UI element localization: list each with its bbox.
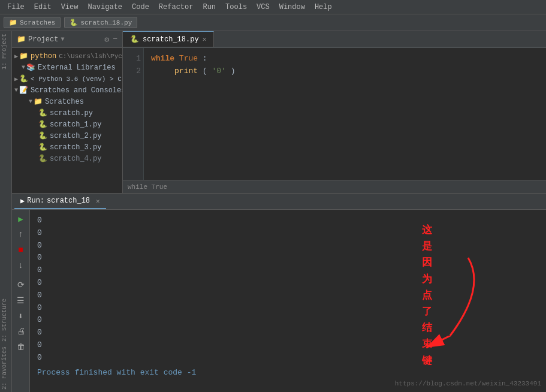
run-up-button[interactable]: ↑ bbox=[14, 228, 28, 241]
arrow-icon: ▼ bbox=[22, 64, 25, 71]
python-folder[interactable]: ▶ 📁 python C:\Users\lsh\PycharmProjects\… bbox=[12, 50, 122, 62]
top-section: 📁 Project ▼ ⚙ − ▶ 📁 python C bbox=[12, 31, 546, 193]
menu-window[interactable]: Window bbox=[274, 2, 310, 13]
menu-refactor[interactable]: Refactor bbox=[154, 2, 198, 13]
code-content[interactable]: while True : print ( '0' ) bbox=[144, 48, 546, 180]
scratch4-py-item[interactable]: 🐍 scratch_4.py bbox=[12, 153, 122, 164]
code-line-1: while True : bbox=[151, 53, 539, 65]
folder-icon: 📁 bbox=[34, 97, 43, 106]
menu-bar: File Edit View Navigate Code Refactor Ru… bbox=[0, 0, 546, 14]
scratch1-py-item[interactable]: 🐍 scratch_1.py bbox=[12, 119, 122, 130]
run-settings-button[interactable]: ☰ bbox=[14, 294, 28, 307]
ext-libraries-item[interactable]: ▼ 📚 External Libraries bbox=[12, 62, 122, 73]
menu-navigate[interactable]: Navigate bbox=[83, 2, 127, 13]
output-line-10: 0 bbox=[37, 327, 539, 339]
run-icon: ▶ bbox=[20, 197, 25, 206]
scratch3-py-label: scratch_3.py bbox=[50, 143, 101, 152]
scratches-folder-label: Scratches bbox=[45, 98, 84, 106]
watermark: https://blog.csdn.net/weixin_43233491 bbox=[395, 379, 541, 390]
output-line-1: 0 bbox=[37, 215, 539, 227]
project-header: 📁 Project ▼ ⚙ − bbox=[12, 31, 122, 48]
menu-tools[interactable]: Tools bbox=[221, 2, 252, 13]
run-rerun-button[interactable]: ⟳ bbox=[14, 278, 28, 291]
menu-run[interactable]: Run bbox=[198, 2, 221, 13]
editor-tabs: 🐍 scratch_18.py ✕ bbox=[123, 31, 546, 48]
output-line-8: 0 bbox=[37, 302, 539, 315]
true-keyword: True bbox=[179, 54, 198, 63]
scratch3-py-item[interactable]: 🐍 scratch_3.py bbox=[12, 141, 122, 153]
editor-tab-label: scratch_18.py bbox=[143, 35, 199, 44]
scratch2-py-item[interactable]: 🐍 scratch_2.py bbox=[12, 130, 122, 141]
py-file-icon: 🐍 bbox=[130, 35, 139, 44]
scratches-consoles-label: Scratches and Consoles bbox=[31, 86, 122, 95]
arrow-icon: ▶ bbox=[14, 53, 18, 60]
output-line-7: 0 bbox=[37, 290, 539, 302]
chevron-down-icon: ▼ bbox=[61, 36, 64, 43]
python-version-item[interactable]: ▶ 🐍 < Python 3.6 (venv) > C:\Users\lsh\P… bbox=[12, 73, 122, 85]
scratch4-py-label: scratch_4.py bbox=[50, 155, 101, 163]
py-icon: 🐍 bbox=[38, 120, 47, 129]
folder-icon: 📁 bbox=[19, 52, 28, 61]
gear-icon[interactable]: ⚙ bbox=[104, 35, 109, 44]
output-line-3: 0 bbox=[37, 240, 539, 252]
run-tab[interactable]: ▶ Run: scratch_18 ✕ bbox=[14, 194, 106, 209]
scratch-py-item[interactable]: 🐍 scratch.py bbox=[12, 107, 122, 119]
file-btn[interactable]: 🐍 scratch_18.py bbox=[64, 17, 137, 28]
code-line-2: print ( '0' ) bbox=[151, 65, 539, 78]
left-vertical-tabs: 1: Project 2: Structure 2: Favorites bbox=[0, 31, 12, 392]
minus-icon[interactable]: − bbox=[113, 35, 117, 44]
editor-tab-scratch18[interactable]: 🐍 scratch_18.py ✕ bbox=[123, 31, 214, 47]
output-line-12: 0 bbox=[37, 352, 539, 364]
annotation-text: 这是因为点了结束键 bbox=[422, 222, 432, 369]
print-function: print bbox=[174, 67, 198, 76]
editor-status: while True bbox=[123, 180, 546, 193]
output-line-2: 0 bbox=[37, 227, 539, 240]
python-icon: 🐍 bbox=[19, 74, 28, 83]
project-tree: ▶ 📁 python C:\Users\lsh\PycharmProjects\… bbox=[12, 48, 122, 193]
string-value: '0' bbox=[212, 67, 225, 76]
scratches-consoles-item[interactable]: ▼ 📝 Scratches and Consoles bbox=[12, 85, 122, 96]
folder-icon: 📁 bbox=[17, 35, 26, 44]
menu-help[interactable]: Help bbox=[310, 2, 337, 13]
scratches-label: Scratches bbox=[20, 19, 55, 26]
run-play-button[interactable]: ▶ bbox=[14, 212, 28, 225]
project-vtab[interactable]: 1: Project bbox=[0, 31, 11, 72]
run-print-button[interactable]: 🖨 bbox=[14, 325, 28, 338]
while-keyword: while bbox=[151, 54, 174, 63]
menu-view[interactable]: View bbox=[56, 2, 83, 13]
run-stop-button[interactable]: ■ bbox=[14, 243, 28, 257]
menu-edit[interactable]: Edit bbox=[29, 2, 56, 13]
menu-file[interactable]: File bbox=[2, 2, 29, 13]
output-line-4: 0 bbox=[37, 252, 539, 264]
py-icon: 🐍 bbox=[38, 143, 47, 152]
python-version-label: < Python 3.6 (venv) > C:\Users\lsh\Pycha… bbox=[31, 76, 122, 83]
editor-area: 🐍 scratch_18.py ✕ 1 2 while bbox=[123, 31, 546, 193]
structure-vtab[interactable]: 2: Structure bbox=[0, 296, 11, 344]
output-line-5: 0 bbox=[37, 264, 539, 277]
run-close-button[interactable]: 🗑 bbox=[14, 340, 28, 354]
close-icon[interactable]: ✕ bbox=[203, 35, 207, 43]
code-editor: 1 2 while True : print bbox=[123, 48, 546, 180]
scratch-py-label: scratch.py bbox=[50, 109, 93, 117]
py-icon: 🐍 bbox=[38, 108, 47, 117]
console-output: 0 0 0 0 0 0 0 0 0 0 0 0 Process finished… bbox=[30, 210, 546, 392]
favorites-vtab[interactable]: 2: Favorites bbox=[0, 344, 11, 392]
menu-code[interactable]: Code bbox=[127, 2, 154, 13]
run-down-button[interactable]: ↓ bbox=[14, 259, 28, 272]
run-tab-label: Run: bbox=[27, 197, 44, 205]
colon: : bbox=[203, 54, 207, 63]
project-label: Project bbox=[28, 35, 58, 44]
output-line-11: 0 bbox=[37, 339, 539, 352]
run-scroll-button[interactable]: ⬇ bbox=[14, 309, 28, 322]
output-line-6: 0 bbox=[37, 277, 539, 290]
project-title: 📁 Project ▼ bbox=[17, 35, 64, 44]
menu-vcs[interactable]: VCS bbox=[252, 2, 274, 13]
scratch1-py-label: scratch_1.py bbox=[50, 120, 101, 129]
python-folder-label: python bbox=[31, 52, 56, 61]
scratches-folder-item[interactable]: ▼ 📁 Scratches bbox=[12, 96, 122, 107]
scratches-btn[interactable]: 📁 Scratches bbox=[4, 17, 61, 28]
run-tab-close[interactable]: ✕ bbox=[96, 197, 100, 205]
folder-icon: 📁 bbox=[9, 19, 17, 26]
bottom-section-inner: ▶ Run: scratch_18 ✕ ▶ ↑ ■ ↓ ⟳ ☰ ⬇ bbox=[12, 193, 546, 392]
arrow-icon: ▼ bbox=[14, 87, 18, 94]
